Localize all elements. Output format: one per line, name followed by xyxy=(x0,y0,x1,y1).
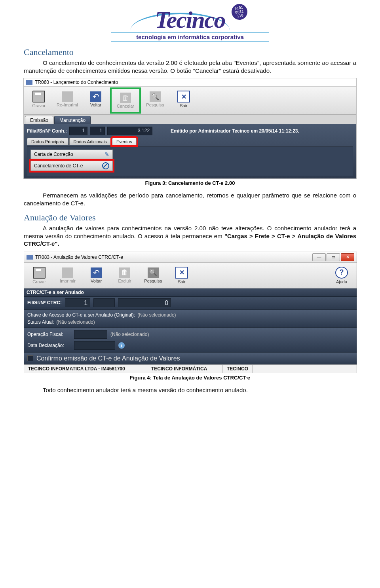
fil-field-2[interactable] xyxy=(93,298,115,307)
app-icon xyxy=(26,80,32,85)
heading-cancelamento: Cancelamento xyxy=(24,47,356,57)
filial-field-3[interactable]: 3.122 xyxy=(107,127,152,135)
excluir-button[interactable]: Excluir xyxy=(110,264,139,287)
section-ctrc-anulado: CTRC/CT-e a ser Anulado xyxy=(24,288,357,297)
window-titlebar-2: TR083 - Anulação de Valores CTRC/CT-e — … xyxy=(24,252,357,263)
gravar-button[interactable]: Gravar xyxy=(25,264,53,287)
gravar-button[interactable]: Gravar xyxy=(25,87,53,111)
ajuda-button[interactable]: Ajuda xyxy=(327,264,356,287)
heading-anulacao: Anulação de Valores xyxy=(24,212,356,223)
status-cell-1: TECINCO INFORMATICA LTDA - IM4561700 xyxy=(24,365,147,373)
toolbar-2: Gravar Imprimir Voltar Excluir Pesquisa … xyxy=(24,263,357,288)
chave-acesso-label: Chave de Acesso do CT-e a ser Anulado (O… xyxy=(27,312,135,318)
search-icon xyxy=(150,91,161,102)
app-icon xyxy=(27,255,33,260)
reimprimir-button[interactable]: Re-Imprimi xyxy=(53,87,82,111)
cancelar-button[interactable]: Cancelar xyxy=(110,87,141,114)
toolbar: Gravar Re-Imprimi Voltar Cancelar Pesqui… xyxy=(24,87,356,115)
paragraph-anulacao-2: Todo conhecimento anulador terá a mesma … xyxy=(24,386,356,394)
chave-acesso-value: (Não selecionado) xyxy=(137,312,176,318)
trash-icon xyxy=(120,93,131,103)
voltar-button[interactable]: Voltar xyxy=(82,87,110,111)
emitted-status: Emitido por Administrador Tecinco em 20/… xyxy=(171,128,299,134)
print-icon xyxy=(62,267,73,278)
filial-field-1[interactable]: 1 xyxy=(69,127,87,135)
cancelamento-cte-button[interactable]: Cancelamento de CT-e xyxy=(30,161,113,171)
voltar-button[interactable]: Voltar xyxy=(82,264,110,287)
status-bar: TECINCO INFORMATICA LTDA - IM4561700 TEC… xyxy=(24,364,357,373)
edit-icon: ✎ xyxy=(104,151,109,157)
top-tabs: Emissão Manutenção xyxy=(24,115,356,124)
window-close-button[interactable]: ✕ xyxy=(341,253,354,261)
search-icon xyxy=(148,267,159,278)
status-cell-3: TECINCO xyxy=(223,365,253,373)
imprimir-button[interactable]: Imprimir xyxy=(53,264,82,287)
window-title-2: TR083 - Anulação de Valores CTRC/CT-e xyxy=(35,254,123,260)
paragraph-anulacao-1: A anulação de valores para conhecimentos… xyxy=(24,224,356,248)
filial-label: Filial/Sr/Nº Conh.: xyxy=(27,128,67,134)
tab-emissao[interactable]: Emissão xyxy=(25,116,53,124)
sair-button[interactable]: Sair xyxy=(169,87,198,111)
pesquisa-button[interactable]: Pesquisa xyxy=(141,87,169,111)
window-title: TR060 - Lançamento do Conhecimento xyxy=(35,80,118,85)
forbidden-icon xyxy=(102,162,109,169)
screenshot-tr083: TR083 - Anulação de Valores CTRC/CT-e — … xyxy=(24,252,357,373)
logo-tagline: tecnologia em informática corporativa xyxy=(111,32,269,42)
back-icon xyxy=(90,91,101,102)
pesquisa-button[interactable]: Pesquisa xyxy=(139,264,167,287)
confirm-emissao-label: Confirmo emissão de CT-e de Anulação de … xyxy=(36,355,180,362)
brand-logo: 0101 0011 110 Tecinco tecnologia em info… xyxy=(24,8,356,42)
carta-correcao-button[interactable]: Carta de Correção ✎ xyxy=(30,150,113,159)
subtab-dados-principais[interactable]: Dados Principais xyxy=(27,138,68,145)
fil-field-1[interactable]: 1 xyxy=(65,298,90,307)
subtab-dados-adicionais[interactable]: Dados Adicionais xyxy=(69,138,111,145)
help-icon xyxy=(335,267,348,279)
trash-icon xyxy=(119,267,130,278)
filial-field-2[interactable]: 1 xyxy=(90,127,105,135)
data-declaracao-field[interactable] xyxy=(74,341,115,350)
paragraph-cancelamento-2: Permanecem as validações de período para… xyxy=(24,192,356,207)
close-icon xyxy=(177,91,190,102)
data-declaracao-label: Data Declaração: xyxy=(27,343,71,348)
confirm-emissao-checkbox[interactable] xyxy=(27,355,33,361)
print-icon xyxy=(62,91,73,102)
tab-manutencao[interactable]: Manutenção xyxy=(54,116,91,124)
operacao-fiscal-value: (Não selecionado) xyxy=(110,332,149,337)
figure3-caption: Figura 3: Cancelamento de CT-e 2.00 xyxy=(24,180,356,186)
window-titlebar: TR060 - Lançamento do Conhecimento xyxy=(24,78,356,87)
operacao-fiscal-field[interactable] xyxy=(74,330,107,339)
sair-button[interactable]: Sair xyxy=(167,264,196,287)
back-icon xyxy=(91,267,102,278)
logo-text: Tecinco xyxy=(111,8,269,32)
info-icon[interactable]: i xyxy=(118,342,125,349)
status-atual-value: (Não selecionado) xyxy=(56,319,95,325)
fil-sr-label: Fil/Sr/Nº CTRC: xyxy=(27,300,62,305)
status-atual-label: Status Atual: xyxy=(27,319,54,325)
maximize-button[interactable]: ▭ xyxy=(327,253,340,261)
paragraph-cancelamento-1: O cancelamento de conhecimentos da versã… xyxy=(24,59,356,74)
status-cell-2: TECINCO INFORMÁTICA xyxy=(147,365,223,373)
save-icon xyxy=(33,267,46,279)
close-icon xyxy=(175,267,188,279)
fil-field-3[interactable]: 0 xyxy=(118,298,171,307)
screenshot-tr060: TR060 - Lançamento do Conhecimento Grava… xyxy=(24,78,356,178)
operacao-fiscal-label: Operação Fiscal: xyxy=(27,332,71,337)
figure4-caption: Figura 4: Tela de Anulação de Valores CT… xyxy=(24,375,356,381)
minimize-button[interactable]: — xyxy=(312,253,326,261)
save-icon xyxy=(32,91,45,102)
subtab-eventos[interactable]: Eventos xyxy=(112,138,137,145)
